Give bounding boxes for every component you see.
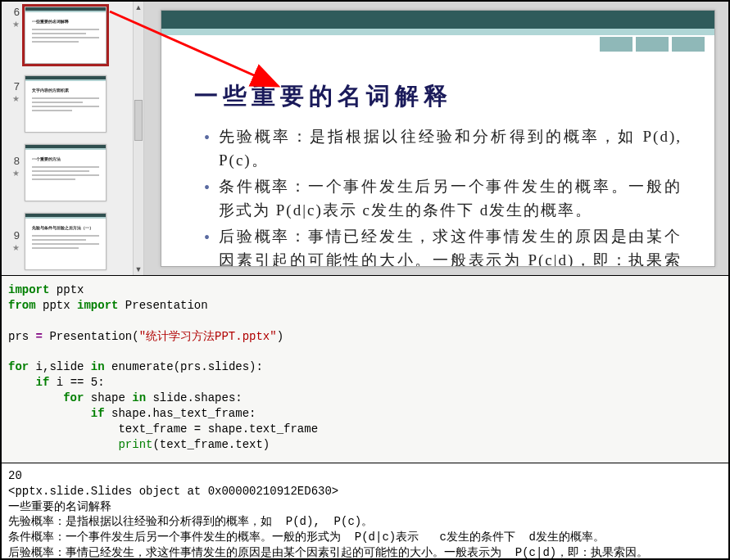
kw-for: for — [8, 360, 29, 373]
slide-bullets: 先验概率：是指根据以往经验和分析得到的概率，如 P(d), P(c)。 条件概率… — [204, 125, 682, 267]
thumb-number: 7 — [14, 80, 20, 93]
output-line: 20 — [8, 469, 22, 482]
output-cell: 20 <pptx.slide.Slides object at 0x000002… — [2, 463, 728, 560]
scroll-down-icon[interactable]: ▼ — [134, 264, 143, 275]
thumb-title: 先验与条件与后验之后方法（一） — [32, 225, 99, 230]
slide-corner-decor — [600, 37, 705, 52]
output-line: 一些重要的名词解释 — [8, 500, 111, 513]
kw-if: if — [91, 407, 105, 420]
scroll-up-icon[interactable]: ▲ — [134, 2, 143, 13]
string-literal: "统计学习方法PPT.pptx" — [139, 330, 277, 343]
star-icon: ★ — [12, 169, 20, 178]
kw-from: from — [8, 299, 36, 312]
kw-import: import — [8, 283, 49, 296]
star-icon: ★ — [12, 20, 20, 29]
thumb-number: 8 — [14, 155, 20, 167]
thumb-title: 一些重要的名词解释 — [32, 19, 99, 24]
slide-title: 一些重要的名词解释 — [194, 80, 682, 113]
kw-for: for — [63, 391, 84, 404]
thumb-title: 文字内容的方面积累 — [32, 88, 99, 93]
scroll-thumb[interactable] — [134, 100, 143, 141]
code-cell[interactable]: import pptx from pptx import Presentatio… — [2, 276, 728, 463]
star-icon: ★ — [12, 243, 20, 252]
kw-in: in — [91, 360, 105, 373]
kw-in: in — [132, 391, 146, 404]
thumb-number: 9 — [14, 229, 20, 242]
thumb-title: 一个重要的方法 — [32, 156, 99, 161]
slide-editor-area: 6★ 7★ 8★ 9★ 一些重要的名词解释 文字内容的方面积累 一个重要的方法 — [2, 2, 728, 276]
thumb-scrollbar[interactable]: ▲ ▼ — [133, 2, 144, 275]
slide-thumb-6[interactable]: 一些重要的名词解释 — [25, 7, 107, 64]
builtin-print: print — [118, 438, 152, 451]
thumb-list: 一些重要的名词解释 文字内容的方面积累 一个重要的方法 先验与条件与后验之后方法… — [21, 2, 133, 275]
thumb-panel: 6★ 7★ 8★ 9★ 一些重要的名词解释 文字内容的方面积累 一个重要的方法 — [2, 2, 133, 275]
output-line: <pptx.slide.Slides object at 0x000002109… — [8, 485, 338, 498]
slide-thumb-9[interactable]: 先验与条件与后验之后方法（一） — [25, 213, 107, 270]
slide-bullet: 后验概率：事情已经发生，求这件事情发生的原因是由某个因素引起的可能性的大小。一般… — [204, 225, 682, 267]
output-line: 后验概率：事情已经发生，求这件事情发生的原因是由某个因素引起的可能性的大小。一般… — [8, 546, 648, 559]
star-icon: ★ — [12, 94, 20, 103]
kw-if: if — [36, 376, 50, 389]
slide-top-accent — [161, 29, 714, 35]
slide-bullet: 条件概率：一个事件发生后另一个事件发生的概率。一般的形式为 P(d|c)表示 c… — [204, 175, 682, 222]
output-line: 先验概率：是指根据以往经验和分析得到的概率，如 P(d), P(c)。 — [8, 515, 373, 528]
slide-bullet: 先验概率：是指根据以往经验和分析得到的概率，如 P(d), P(c)。 — [204, 125, 682, 172]
slide-canvas[interactable]: 一些重要的名词解释 先验概率：是指根据以往经验和分析得到的概率，如 P(d), … — [161, 10, 715, 267]
slide-top-bar — [161, 11, 714, 29]
slide-thumb-7[interactable]: 文字内容的方面积累 — [25, 75, 107, 133]
thumb-numbers-column: 6★ 7★ 8★ 9★ — [2, 2, 21, 275]
slide-thumb-8[interactable]: 一个重要的方法 — [25, 144, 107, 201]
slide-preview-area: 一些重要的名词解释 先验概率：是指根据以往经验和分析得到的概率，如 P(d), … — [144, 2, 728, 275]
thumb-number: 6 — [14, 6, 20, 18]
kw-import: import — [77, 299, 118, 312]
output-line: 条件概率：一个事件发生后另一个事件发生的概率。一般的形式为 P(d|c)表示 c… — [8, 531, 605, 544]
